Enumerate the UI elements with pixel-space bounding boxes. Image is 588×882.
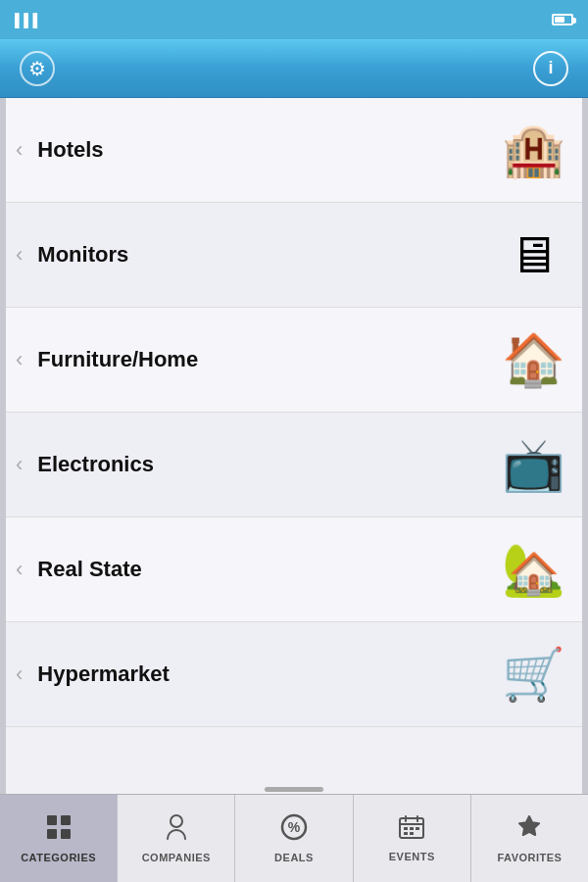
companies-tab-icon bbox=[166, 813, 187, 848]
categories-list: ‹ Hotels 🏨 ‹ Monitors 🖥 ‹ Furniture/Home… bbox=[0, 98, 588, 794]
category-icon-hotels: 🏨 bbox=[499, 116, 567, 184]
events-tab-icon bbox=[398, 814, 425, 847]
deals-tab-label: DEALS bbox=[274, 852, 314, 863]
svg-rect-15 bbox=[410, 832, 414, 835]
chevron-icon: ‹ bbox=[16, 452, 23, 477]
category-item-realstate[interactable]: ‹ Real State 🏡 bbox=[6, 517, 582, 622]
status-carrier: ▌▌▌ bbox=[15, 13, 52, 27]
settings-button[interactable]: ⚙ bbox=[20, 51, 55, 86]
categories-tab-label: CATEGORIES bbox=[21, 852, 96, 863]
category-name-hypermarket: Hypermarket bbox=[37, 662, 499, 687]
signal-icon: ▌▌▌ bbox=[15, 13, 42, 27]
tab-events[interactable]: EVENTS bbox=[354, 795, 471, 882]
favorites-tab-icon bbox=[515, 813, 543, 848]
battery-icon bbox=[552, 14, 573, 25]
category-item-hypermarket[interactable]: ‹ Hypermarket 🛒 bbox=[6, 622, 582, 727]
chevron-icon: ‹ bbox=[16, 242, 23, 268]
svg-rect-1 bbox=[61, 815, 71, 825]
svg-rect-12 bbox=[410, 827, 414, 830]
chevron-icon: ‹ bbox=[16, 557, 23, 582]
category-item-furniture[interactable]: ‹ Furniture/Home 🏠 bbox=[6, 308, 582, 413]
tab-deals[interactable]: % DEALS bbox=[235, 795, 353, 882]
svg-rect-14 bbox=[404, 832, 408, 835]
svg-text:%: % bbox=[288, 819, 301, 835]
tab-categories[interactable]: CATEGORIES bbox=[0, 795, 118, 882]
tab-favorites[interactable]: FAVORITES bbox=[471, 795, 588, 882]
svg-rect-3 bbox=[61, 829, 71, 839]
category-name-electronics: Electronics bbox=[37, 452, 499, 477]
categories-tab-icon bbox=[45, 813, 73, 848]
chevron-icon: ‹ bbox=[16, 347, 23, 372]
category-icon-realstate: 🏡 bbox=[499, 535, 567, 604]
category-icon-furniture: 🏠 bbox=[499, 325, 567, 394]
category-icon-electronics: 📺 bbox=[499, 430, 567, 499]
svg-rect-13 bbox=[416, 827, 419, 830]
category-name-monitors: Monitors bbox=[37, 242, 499, 268]
scroll-indicator bbox=[265, 787, 323, 792]
category-name-hotels: Hotels bbox=[37, 137, 499, 163]
events-tab-label: EVENTS bbox=[389, 851, 435, 862]
deals-tab-icon: % bbox=[280, 813, 308, 848]
chevron-icon: ‹ bbox=[16, 137, 23, 163]
companies-tab-label: COMPANIES bbox=[142, 852, 211, 863]
info-button[interactable]: i bbox=[533, 51, 568, 86]
category-name-furniture: Furniture/Home bbox=[37, 347, 499, 372]
svg-rect-0 bbox=[47, 815, 57, 825]
nav-bar: ⚙ i bbox=[0, 39, 588, 98]
status-bar: ▌▌▌ bbox=[0, 0, 588, 39]
category-item-hotels[interactable]: ‹ Hotels 🏨 bbox=[6, 98, 582, 203]
chevron-icon: ‹ bbox=[16, 662, 23, 687]
svg-point-4 bbox=[171, 815, 182, 827]
tab-bar: CATEGORIES COMPANIES % DEALS EVENTS bbox=[0, 794, 588, 882]
svg-rect-11 bbox=[404, 827, 408, 830]
status-battery bbox=[548, 14, 573, 25]
category-name-realstate: Real State bbox=[37, 557, 499, 582]
svg-rect-2 bbox=[47, 829, 57, 839]
category-item-electronics[interactable]: ‹ Electronics 📺 bbox=[6, 413, 582, 517]
tab-companies[interactable]: COMPANIES bbox=[118, 795, 235, 882]
category-icon-monitors: 🖥 bbox=[499, 220, 567, 289]
category-item-monitors[interactable]: ‹ Monitors 🖥 bbox=[6, 203, 582, 308]
category-icon-hypermarket: 🛒 bbox=[499, 640, 567, 709]
favorites-tab-label: FAVORITES bbox=[497, 852, 562, 863]
